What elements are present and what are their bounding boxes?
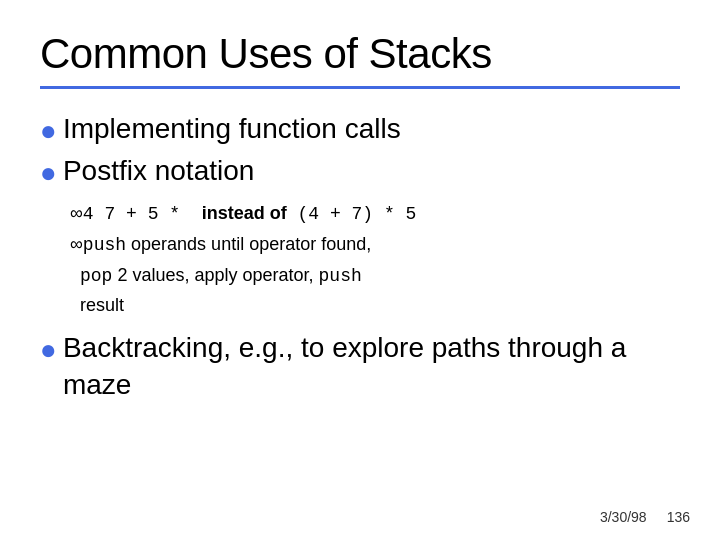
bullet-text-3: Backtracking, e.g., to explore paths thr… xyxy=(63,330,680,403)
bullet-section: ● Implementing function calls ● Postfix … xyxy=(40,111,680,403)
sub-mono-2: (4 + 7) * 5 xyxy=(287,204,417,224)
infinity-2: ∞ xyxy=(70,234,83,254)
instead-of-text: instead of xyxy=(202,203,287,223)
sub-mono-1: 4 7 + 5 * xyxy=(83,204,202,224)
bullet-item-2: ● Postfix notation xyxy=(40,153,680,191)
slide: Common Uses of Stacks ● Implementing fun… xyxy=(0,0,720,540)
push-mono: push xyxy=(83,235,126,255)
title-underline xyxy=(40,86,680,89)
bullet-dot-3: ● xyxy=(40,332,57,368)
bullet-item-3: ● Backtracking, e.g., to explore paths t… xyxy=(40,330,680,403)
footer-page: 136 xyxy=(667,509,690,525)
sub-item-2: ∞push operands until operator found, xyxy=(70,231,680,260)
infinity-1: ∞ xyxy=(70,203,83,223)
pop-mono: pop xyxy=(80,266,112,286)
result-text: result xyxy=(80,295,124,315)
bullet-text-1: Implementing function calls xyxy=(63,111,401,147)
bullet-text-2: Postfix notation xyxy=(63,153,254,189)
sub-item-4: result xyxy=(70,292,680,320)
sub-item-1: ∞4 7 + 5 * instead of (4 + 7) * 5 xyxy=(70,200,680,229)
sub-section: ∞4 7 + 5 * instead of (4 + 7) * 5 ∞push … xyxy=(70,200,680,321)
bullet-item-1: ● Implementing function calls xyxy=(40,111,680,149)
footer: 3/30/98 136 xyxy=(600,509,690,525)
sub-item-3: pop 2 values, apply operator, push xyxy=(70,262,680,291)
slide-title: Common Uses of Stacks xyxy=(40,30,680,78)
footer-date: 3/30/98 xyxy=(600,509,647,525)
bullet-dot-1: ● xyxy=(40,113,57,149)
bullet-dot-2: ● xyxy=(40,155,57,191)
push-mono-2: push xyxy=(319,266,362,286)
sub-text-2: operands until operator found, xyxy=(126,234,371,254)
sub-text-3: 2 values, apply operator, xyxy=(112,265,318,285)
